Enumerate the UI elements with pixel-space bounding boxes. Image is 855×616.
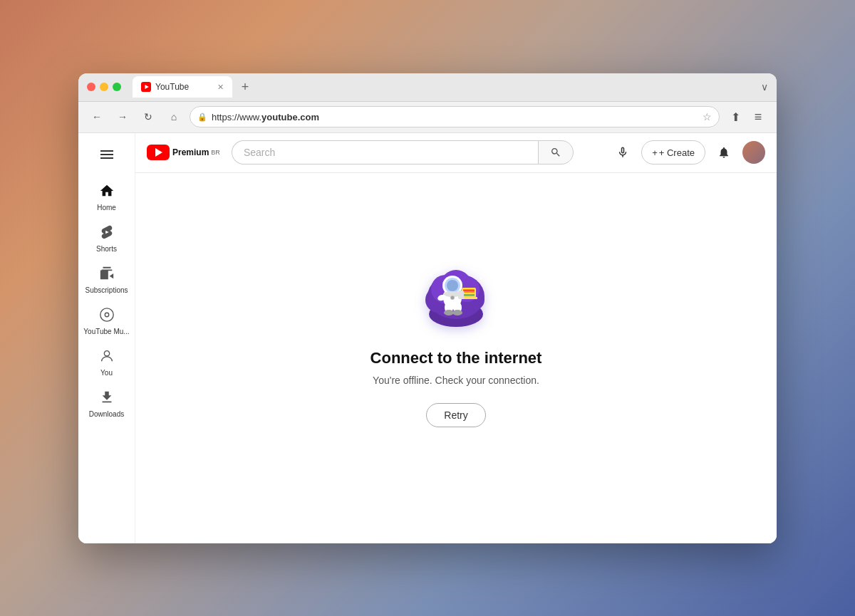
lock-icon: 🔒: [197, 113, 207, 122]
home-button[interactable]: ⌂: [164, 107, 184, 127]
bookmark-icon[interactable]: ☆: [703, 111, 712, 122]
svg-rect-27: [463, 293, 475, 294]
nav-bar: ← → ↻ ⌂ 🔒 https://www.youtube.com ☆ ⬆ ≡: [78, 102, 777, 133]
menu-button[interactable]: ≡: [748, 107, 768, 127]
svg-point-4: [104, 350, 109, 355]
search-container: Search: [232, 140, 574, 165]
sidebar-item-home[interactable]: Home: [78, 176, 135, 217]
sidebar-item-home-label: Home: [97, 204, 116, 212]
svg-point-13: [480, 277, 482, 279]
window-controls[interactable]: ∨: [761, 81, 768, 93]
create-label: + Create: [659, 147, 695, 158]
microphone-icon: [616, 146, 629, 159]
svg-rect-33: [458, 291, 464, 299]
notifications-button[interactable]: [711, 140, 737, 165]
shorts-icon: [99, 224, 115, 242]
maximize-button[interactable]: [113, 83, 121, 91]
microphone-button[interactable]: [610, 140, 636, 165]
sidebar-item-shorts[interactable]: Shorts: [78, 217, 135, 259]
svg-rect-25: [463, 290, 475, 291]
sidebar-item-downloads-label: Downloads: [89, 410, 124, 418]
browser-nav-right: ⬆ ≡: [725, 107, 768, 127]
share-icon[interactable]: ⬆: [725, 107, 745, 127]
svg-point-12: [430, 273, 432, 276]
yt-header-right: + + Create: [610, 140, 765, 165]
svg-point-2: [100, 308, 113, 320]
youtube-music-icon: [99, 307, 115, 325]
minimize-button[interactable]: [100, 83, 108, 91]
search-placeholder: Search: [244, 147, 275, 158]
back-button[interactable]: ←: [87, 107, 107, 127]
svg-rect-26: [463, 291, 475, 293]
close-button[interactable]: [87, 83, 95, 91]
content-area: Home Shorts Subs: [78, 133, 777, 543]
sidebar-item-you-label: You: [100, 369, 113, 377]
hamburger-menu-button[interactable]: [95, 145, 119, 165]
yt-logo-icon: [147, 145, 170, 160]
svg-point-14: [475, 268, 477, 270]
active-tab[interactable]: YouTube ✕: [133, 76, 232, 98]
create-button[interactable]: + + Create: [641, 140, 705, 165]
offline-illustration: [413, 246, 499, 332]
sidebar-item-shorts-label: Shorts: [96, 245, 117, 253]
sidebar-item-downloads[interactable]: Downloads: [78, 382, 135, 424]
search-input[interactable]: Search: [232, 140, 538, 165]
sidebar-item-subscriptions[interactable]: Subscriptions: [78, 259, 135, 300]
svg-point-31: [444, 310, 454, 315]
sidebar-header: [78, 139, 135, 176]
offline-page: Connect to the internet You're offline. …: [135, 173, 777, 543]
sidebar: Home Shorts Subs: [78, 133, 135, 543]
yt-logo-br: BR: [211, 149, 220, 156]
home-icon: [99, 183, 115, 201]
downloads-icon: [99, 390, 115, 407]
traffic-lights: [87, 83, 121, 91]
main-content: Premium BR Search: [135, 133, 777, 543]
back-icon: ←: [92, 111, 102, 122]
search-icon: [550, 147, 561, 158]
sidebar-item-you[interactable]: You: [78, 341, 135, 382]
svg-point-32: [452, 310, 462, 315]
tab-title: YouTube: [155, 82, 189, 92]
user-avatar[interactable]: [742, 141, 765, 164]
title-bar: YouTube ✕ + ∨: [78, 73, 777, 102]
retry-button[interactable]: Retry: [426, 403, 485, 427]
browser-window: YouTube ✕ + ∨ ← → ↻ ⌂ 🔒 https://www.yout…: [78, 73, 777, 543]
home-icon: ⌂: [171, 111, 177, 122]
create-plus-icon: +: [652, 147, 658, 158]
svg-point-3: [105, 313, 109, 317]
sidebar-item-youtube-music[interactable]: YouTube Mu...: [78, 300, 135, 341]
forward-button[interactable]: →: [113, 107, 133, 127]
sidebar-item-subscriptions-label: Subscriptions: [85, 286, 128, 294]
url-text: https://www.youtube.com: [212, 112, 698, 122]
sidebar-nav: Home Shorts Subs: [78, 176, 135, 424]
sidebar-item-youtube-music-label: YouTube Mu...: [83, 328, 129, 335]
svg-point-18: [447, 280, 458, 291]
new-tab-button[interactable]: +: [235, 77, 255, 97]
tab-bar: YouTube ✕ +: [133, 76, 755, 98]
svg-rect-28: [463, 294, 475, 296]
tab-close-button[interactable]: ✕: [217, 83, 224, 92]
yt-logo-text: Premium: [172, 147, 209, 157]
refresh-button[interactable]: ↻: [138, 107, 158, 127]
refresh-icon: ↻: [144, 111, 152, 122]
you-icon: [99, 348, 115, 366]
address-bar[interactable]: 🔒 https://www.youtube.com ☆: [190, 106, 720, 127]
yt-top-bar: Premium BR Search: [135, 133, 777, 173]
tab-favicon-icon: [141, 82, 151, 92]
youtube-logo[interactable]: Premium BR: [147, 145, 220, 160]
forward-icon: →: [118, 111, 128, 122]
offline-subtitle: You're offline. Check your connection.: [373, 375, 539, 386]
bell-icon: [717, 146, 730, 159]
svg-point-35: [451, 296, 454, 299]
offline-title: Connect to the internet: [370, 349, 542, 367]
search-button[interactable]: [538, 140, 574, 165]
subscriptions-icon: [99, 266, 115, 283]
